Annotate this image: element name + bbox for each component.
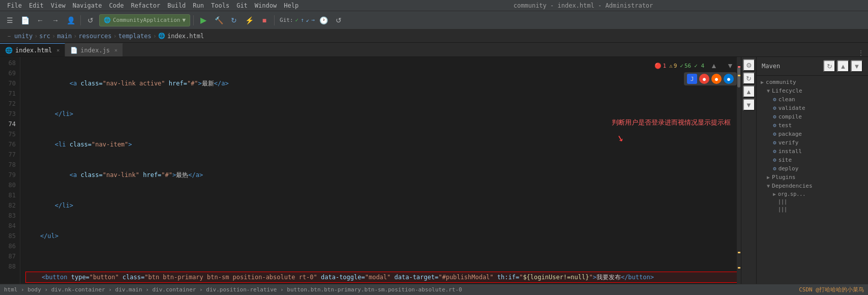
maven-clean[interactable]: ⚙ clean [757, 95, 868, 104]
rt-settings-btn[interactable]: ⚙ [743, 59, 755, 71]
menu-edit[interactable]: Edit [26, 1, 47, 10]
line-num-70: 70 [0, 78, 16, 88]
menu-code[interactable]: Code [106, 1, 127, 10]
tab-html-icon: 🌐 [5, 47, 13, 54]
line-num-76: 76 [0, 139, 16, 150]
menu-refactor[interactable]: Refactor [128, 1, 163, 10]
tab-js-close[interactable]: ✕ [114, 47, 117, 53]
ok-count: ✓ 56 [680, 63, 691, 69]
stop-btn[interactable]: ■ [258, 14, 271, 27]
vertical-scrollbar[interactable] [737, 57, 741, 284]
line-num-85: 85 [0, 231, 16, 241]
clean-gear-icon: ⚙ [773, 96, 776, 103]
git-revert-btn[interactable]: ↺ [332, 14, 345, 27]
maven-install[interactable]: ⚙ install [757, 147, 868, 156]
menu-build[interactable]: Build [164, 1, 189, 10]
tab-index-html[interactable]: 🌐 index.html ✕ [0, 43, 65, 56]
maven-compile[interactable]: ⚙ compile [757, 112, 868, 121]
plugins-expand-icon: ▶ [767, 174, 770, 180]
breadcrumb-file[interactable]: index.html [167, 33, 204, 40]
scroll-marker-error [738, 66, 740, 68]
maven-validate[interactable]: ⚙ validate [757, 104, 868, 112]
sep-1: › [34, 33, 38, 40]
intellij-icon: J [687, 74, 697, 84]
compile-gear-icon: ⚙ [773, 113, 776, 120]
package-label: package [779, 131, 802, 137]
breadcrumb-unity[interactable]: unity [14, 33, 33, 40]
maven-package[interactable]: ⚙ package [757, 130, 868, 138]
line-numbers: 68 69 70 71 72 73 74 75 76 77 78 79 80 8… [0, 57, 20, 295]
menu-view[interactable]: View [48, 1, 69, 10]
line-num-87: 87 [0, 251, 16, 261]
scroll-marker-warn3 [738, 267, 740, 269]
menu-window[interactable]: Window [252, 1, 280, 10]
maven-lifecycle[interactable]: ▼ Lifecycle [757, 86, 868, 95]
build-btn[interactable]: 🔨 [212, 14, 225, 27]
menu-tools[interactable]: Tools [208, 1, 232, 10]
menu-help[interactable]: Help [281, 1, 302, 10]
undo-btn[interactable]: ↺ [84, 14, 97, 27]
org-expand-icon: ▶ [773, 191, 776, 197]
git-right-icon: → [311, 17, 315, 23]
tab-index-js[interactable]: 📄 index.js ✕ [65, 43, 123, 56]
maven-expand-btn[interactable]: ▼ [851, 60, 863, 72]
collapse-warnings-btn[interactable]: ▲ [707, 59, 721, 72]
maven-header: Maven ↻ ▲ ▼ [757, 57, 868, 76]
rt-down-btn[interactable]: ▼ [743, 99, 755, 111]
coverage-btn[interactable]: ⚡ [243, 14, 256, 27]
breadcrumb-resources[interactable]: resources [78, 33, 111, 40]
new-file-btn[interactable]: 📄 [18, 14, 32, 27]
user-btn[interactable]: 👤 [64, 14, 77, 27]
rt-refresh-btn[interactable]: ↻ [743, 72, 755, 84]
maven-test[interactable]: ⚙ test [757, 121, 868, 130]
refresh-btn[interactable]: ↻ [227, 14, 241, 27]
tab-js-icon: 📄 [70, 47, 78, 54]
menu-run[interactable]: Run [190, 1, 207, 10]
ok-icon: ✓ [680, 63, 683, 69]
menu-navigate[interactable]: Navigate [70, 1, 105, 10]
code-line-72: </li> [25, 200, 741, 211]
hamburger-btn[interactable]: ☰ [3, 14, 16, 27]
forward-btn[interactable]: → [49, 14, 62, 27]
maven-actions: ↻ ▲ ▼ [823, 60, 863, 72]
check-count: ✓ 4 [694, 63, 704, 69]
maven-collapse-btn[interactable]: ▲ [837, 60, 849, 72]
git-clock-btn[interactable]: 🕐 [317, 14, 330, 27]
collapse-btn[interactable]: − [4, 31, 14, 41]
tab-html-close[interactable]: ✕ [56, 47, 59, 53]
check-icon: ✓ [694, 63, 698, 69]
maven-dependencies[interactable]: ▼ Dependencies [757, 182, 868, 190]
breadcrumb-main[interactable]: main [57, 33, 72, 40]
dropdown-arrow-icon: ▼ [182, 17, 186, 23]
maven-verify[interactable]: ⚙ verify [757, 138, 868, 147]
maven-community[interactable]: ▶ community [757, 78, 868, 86]
tab-menu-icon[interactable]: ⋮ [858, 49, 864, 56]
run-btn[interactable]: ▶ [197, 14, 210, 27]
deploy-gear-icon: ⚙ [773, 165, 776, 172]
menu-bar: File Edit View Navigate Code Refactor Bu… [0, 0, 868, 11]
menu-file[interactable]: File [4, 1, 25, 10]
back-btn[interactable]: ← [34, 14, 47, 27]
menu-git[interactable]: Git [233, 1, 251, 10]
maven-site[interactable]: ⚙ site [757, 156, 868, 164]
project-name: CommunityApplication [113, 17, 180, 23]
maven-org-sub2[interactable]: ||| [757, 205, 868, 213]
maven-deploy[interactable]: ⚙ deploy [757, 164, 868, 173]
rt-up-btn[interactable]: ▲ [743, 85, 755, 98]
status-bar: html › body › div.nk-container › div.mai… [0, 284, 868, 295]
maven-org-sub[interactable]: ||| [757, 198, 868, 205]
community-label: community [766, 79, 796, 85]
breadcrumb-src[interactable]: src [39, 33, 50, 40]
sep-3: › [73, 33, 77, 40]
browser-icons-panel: J ● ● ● [684, 72, 737, 85]
project-dropdown[interactable]: 🌐 CommunityApplication ▼ [99, 14, 190, 26]
scrollbar-thumb[interactable] [737, 67, 740, 87]
maven-tree: ▶ community ▼ Lifecycle ⚙ clean ⚙ valida… [757, 76, 868, 295]
code-area[interactable]: <a class="nav-link active" href="#">最新</… [20, 57, 741, 295]
git-check-icon: ✓ [295, 17, 299, 23]
maven-org[interactable]: ▶ org.sp... [757, 190, 868, 198]
expand-warnings-btn[interactable]: ▼ [724, 59, 737, 72]
maven-plugins[interactable]: ▶ Plugins [757, 173, 868, 182]
breadcrumb-templates[interactable]: templates [118, 33, 152, 40]
maven-refresh-btn[interactable]: ↻ [823, 60, 835, 72]
